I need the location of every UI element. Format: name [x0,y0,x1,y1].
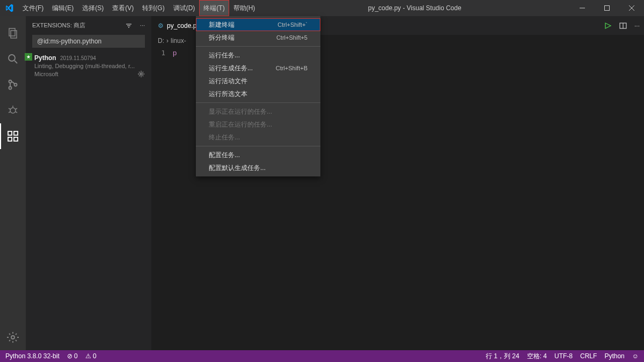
menu-dropdown-item: 重启正在运行的任务... [196,118,320,131]
extension-search-input[interactable]: @id:ms-python.python [32,35,145,48]
svg-line-7 [14,61,17,63]
menu-item-5[interactable]: 调试(D) [169,0,200,16]
status-item[interactable]: UTF-8 [554,352,573,360]
menu-item-3[interactable]: 查看(V) [108,0,138,16]
svg-point-21 [11,336,14,339]
status-item[interactable]: 行 1，列 24 [486,352,519,361]
status-item[interactable]: ⚠ 0 [85,352,97,360]
more-icon[interactable]: ··· [140,22,145,29]
menu-dropdown-item: 显示正在运行的任务... [196,105,320,118]
menu-dropdown-item[interactable]: 配置默认生成任务... [196,161,320,174]
status-item[interactable]: ☺ [632,352,639,360]
status-bar: Python 3.8.0 32-bit⊘ 0⚠ 0 行 1，列 24空格: 4U… [0,350,644,362]
split-editor-icon[interactable] [619,22,627,29]
breadcrumb-root: D: [158,37,164,45]
terminal-menu-dropdown: 新建终端Ctrl+Shift+`拆分终端Ctrl+Shift+5运行任务...运… [196,16,320,176]
svg-rect-5 [11,31,17,38]
maximize-button[interactable] [595,0,619,16]
svg-rect-19 [14,137,18,141]
svg-line-15 [15,112,17,113]
status-item[interactable]: Python [604,352,624,360]
search-icon[interactable] [0,46,26,72]
menu-dropdown-item[interactable]: 运行生成任务...Ctrl+Shift+B [196,62,320,75]
svg-rect-17 [8,131,12,135]
settings-gear-icon[interactable] [0,324,26,350]
extension-publisher: Microsoft [34,71,58,77]
minimize-button[interactable] [570,0,595,16]
debug-icon[interactable] [0,98,26,123]
python-file-icon: ⚙ [158,22,164,29]
menu-dropdown-item[interactable]: 配置任务... [196,149,320,161]
svg-point-25 [140,73,142,75]
svg-rect-18 [8,137,12,141]
svg-rect-20 [14,131,18,135]
menu-dropdown-item[interactable]: 拆分终端Ctrl+Shift+5 [196,31,320,44]
more-actions-icon[interactable]: ··· [634,22,640,29]
menu-dropdown-item[interactable]: 运行任务... [196,49,320,62]
run-icon[interactable] [604,22,612,29]
filter-icon[interactable] [125,22,133,29]
activity-bar [0,16,26,350]
chevron-right-icon: › [166,37,169,45]
menu-item-6[interactable]: 终端(T) [199,0,229,16]
sidebar-panel: EXTENSIONS: 商店 ··· @id:ms-python.python … [26,16,151,350]
extension-description: Linting, Debugging (multi-threaded, r... [34,63,145,69]
extension-version: 2019.11.50794 [60,55,96,61]
svg-point-11 [10,108,16,113]
menu-dropdown-item: 终止任务... [196,131,320,144]
extension-gear-icon[interactable] [137,70,145,78]
main-area: EXTENSIONS: 商店 ··· @id:ms-python.python … [0,16,644,350]
menu-item-4[interactable]: 转到(G) [138,0,169,16]
svg-rect-4 [9,28,15,36]
menu-item-2[interactable]: 选择(S) [78,0,108,16]
extension-item[interactable]: ★ Python 2019.11.50794 Linting, Debuggin… [26,52,151,82]
status-item[interactable]: Python 3.8.0 32-bit [5,352,60,360]
status-item[interactable]: 空格: 4 [527,352,547,361]
extensions-icon[interactable] [0,123,26,149]
title-bar: 文件(F)编辑(E)选择(S)查看(V)转到(G)调试(D)终端(T)帮助(H)… [0,0,644,16]
svg-marker-26 [605,23,611,28]
menu-dropdown-item[interactable]: 运行活动文件 [196,75,320,87]
verified-star-icon: ★ [25,53,32,61]
extension-name: Python [34,54,56,62]
menu-dropdown-item[interactable]: 运行所选文本 [196,87,320,100]
explorer-icon[interactable] [0,20,26,46]
menu-item-1[interactable]: 编辑(E) [48,0,78,16]
line-number: 1 [151,47,173,350]
window-title: py_code.py - Visual Studio Code [259,4,570,12]
svg-line-13 [15,108,17,109]
main-menu: 文件(F)编辑(E)选择(S)查看(V)转到(G)调试(D)终端(T)帮助(H) [18,0,259,16]
svg-point-8 [9,80,12,83]
sidebar-header: EXTENSIONS: 商店 ··· [26,16,151,35]
window-controls [570,0,644,16]
menu-item-0[interactable]: 文件(F) [18,0,48,16]
vscode-logo-icon [0,4,18,12]
menu-item-7[interactable]: 帮助(H) [229,0,260,16]
svg-line-12 [9,108,11,109]
svg-line-14 [9,112,11,113]
source-control-icon[interactable] [0,72,26,98]
svg-point-9 [9,87,12,90]
status-item[interactable]: ⊘ 0 [67,352,78,360]
sidebar-title: EXTENSIONS: 商店 [32,21,85,29]
menu-dropdown-item[interactable]: 新建终端Ctrl+Shift+` [196,18,320,31]
tab-label: py_code.py [167,22,200,29]
breadcrumb-segment: linux- [171,37,186,45]
svg-point-6 [9,55,15,61]
status-item[interactable]: CRLF [580,352,597,360]
svg-rect-1 [605,6,610,11]
close-button[interactable] [619,0,644,16]
